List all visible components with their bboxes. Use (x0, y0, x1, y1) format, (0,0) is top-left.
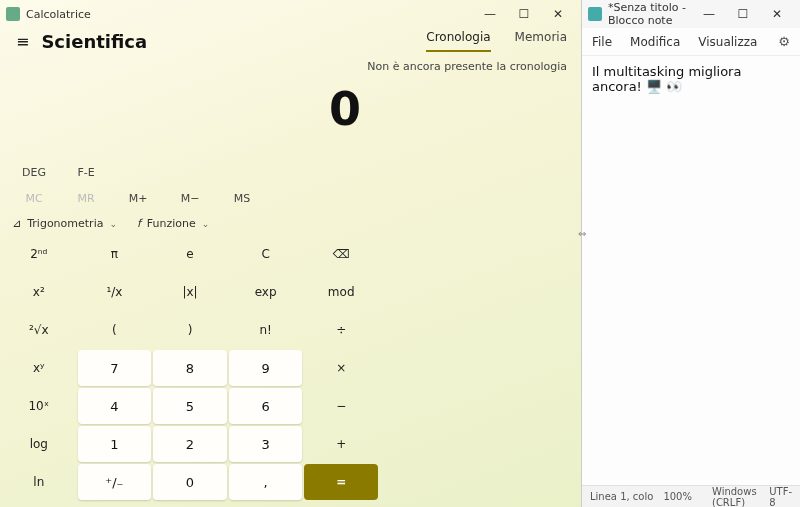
side-tabs: Cronologia Memoria (426, 30, 567, 52)
close-button[interactable]: ✕ (760, 1, 794, 27)
key-6[interactable]: 6 (229, 388, 303, 424)
key-x²[interactable]: x² (2, 274, 76, 310)
maximize-button[interactable]: ☐ (726, 1, 760, 27)
minimize-button[interactable]: — (473, 1, 507, 27)
status-eol: Windows (CRLF) (712, 486, 759, 508)
notepad-menubar: File Modifica Visualizza ⚙ (582, 28, 800, 56)
key-5[interactable]: 5 (153, 388, 227, 424)
calc-title: Calcolatrice (26, 8, 473, 21)
key-log[interactable]: log (2, 426, 76, 462)
settings-gear-icon[interactable]: ⚙ (778, 34, 790, 49)
key-²√x[interactable]: ²√x (2, 312, 76, 348)
memory-row: MC MR M+ M− MS (0, 185, 581, 211)
notepad-window: *Senza titolo - Blocco note — ☐ ✕ File M… (582, 0, 800, 507)
key-4[interactable]: 4 (78, 388, 152, 424)
menu-file[interactable]: File (592, 35, 612, 49)
key-)[interactable]: ) (153, 312, 227, 348)
calc-titlebar: Calcolatrice — ☐ ✕ (0, 0, 581, 28)
function-icon: f (137, 217, 141, 230)
notepad-titlebar: *Senza titolo - Blocco note — ☐ ✕ (582, 0, 800, 28)
key-2[interactable]: 2 (153, 426, 227, 462)
fe-button[interactable]: F-E (60, 159, 112, 185)
mr-button[interactable]: MR (60, 185, 112, 211)
key-×[interactable]: × (304, 350, 378, 386)
key-8[interactable]: 8 (153, 350, 227, 386)
key-⁺/₋[interactable]: ⁺/₋ (78, 464, 152, 500)
key-10ˣ[interactable]: 10ˣ (2, 388, 76, 424)
key-|x|[interactable]: |x| (153, 274, 227, 310)
notepad-title: *Senza titolo - Blocco note (608, 1, 692, 27)
menu-view[interactable]: Visualizza (698, 35, 757, 49)
display-value: 0 (329, 82, 361, 136)
mplus-button[interactable]: M+ (112, 185, 164, 211)
mc-button[interactable]: MC (8, 185, 60, 211)
key-exp[interactable]: exp (229, 274, 303, 310)
history-empty-text: Non è ancora presente la cronologia (367, 60, 567, 73)
key-,[interactable]: , (229, 464, 303, 500)
key-xʸ[interactable]: xʸ (2, 350, 76, 386)
window-splitter-handle[interactable]: ⇔ (578, 228, 586, 239)
function-pill-row: ⊿ Trigonometria ⌄ f Funzione ⌄ (0, 211, 581, 234)
key-π[interactable]: π (78, 236, 152, 272)
mminus-button[interactable]: M− (164, 185, 216, 211)
key-1[interactable]: 1 (78, 426, 152, 462)
calculator-window: Calcolatrice — ☐ ✕ ≡ Scientifica Cronolo… (0, 0, 582, 507)
key-ln[interactable]: ln (2, 464, 76, 500)
notepad-statusbar: Linea 1, colo 100% Windows (CRLF) UTF-8 (582, 485, 800, 507)
notepad-textarea[interactable]: Il multitasking migliora ancora! 🖥️ 👀 (582, 56, 800, 485)
hamburger-menu-icon[interactable]: ≡ (10, 30, 35, 53)
key-9[interactable]: 9 (229, 350, 303, 386)
key-e[interactable]: e (153, 236, 227, 272)
key-0[interactable]: 0 (153, 464, 227, 500)
key-c[interactable]: C (229, 236, 303, 272)
status-zoom: 100% (663, 491, 692, 502)
key-7[interactable]: 7 (78, 350, 152, 386)
mode-title: Scientifica (41, 31, 147, 52)
key-+[interactable]: + (304, 426, 378, 462)
chevron-down-icon: ⌄ (202, 219, 210, 229)
tab-history[interactable]: Cronologia (426, 30, 490, 52)
minimize-button[interactable]: — (692, 1, 726, 27)
deg-button[interactable]: DEG (8, 159, 60, 185)
tab-memory[interactable]: Memoria (515, 30, 567, 52)
key-¹/x[interactable]: ¹/x (78, 274, 152, 310)
angle-icon: ⊿ (12, 217, 21, 230)
function-dropdown[interactable]: f Funzione ⌄ (137, 217, 209, 230)
trig-dropdown[interactable]: ⊿ Trigonometria ⌄ (12, 217, 117, 230)
key-3[interactable]: 3 (229, 426, 303, 462)
ms-button[interactable]: MS (216, 185, 268, 211)
close-button[interactable]: ✕ (541, 1, 575, 27)
key-([interactable]: ( (78, 312, 152, 348)
notepad-app-icon (588, 7, 602, 21)
menu-edit[interactable]: Modifica (630, 35, 680, 49)
keypad: 2ⁿᵈπeC⌫x²¹/x|x|expmod²√x()n!÷xʸ789×10ˣ45… (0, 234, 380, 502)
maximize-button[interactable]: ☐ (507, 1, 541, 27)
key-=[interactable]: = (304, 464, 378, 500)
trig-label: Trigonometria (27, 217, 103, 230)
key-n![interactable]: n! (229, 312, 303, 348)
calc-app-icon (6, 7, 20, 21)
key-mod[interactable]: mod (304, 274, 378, 310)
key-÷[interactable]: ÷ (304, 312, 378, 348)
status-position: Linea 1, colo (590, 491, 653, 502)
angle-row: DEG F-E (0, 159, 581, 185)
calc-display: 0 (0, 59, 581, 159)
function-label: Funzione (147, 217, 196, 230)
status-encoding: UTF-8 (769, 486, 792, 508)
chevron-down-icon: ⌄ (109, 219, 117, 229)
key-−[interactable]: − (304, 388, 378, 424)
key-⌫[interactable]: ⌫ (304, 236, 378, 272)
key-2ⁿᵈ[interactable]: 2ⁿᵈ (2, 236, 76, 272)
